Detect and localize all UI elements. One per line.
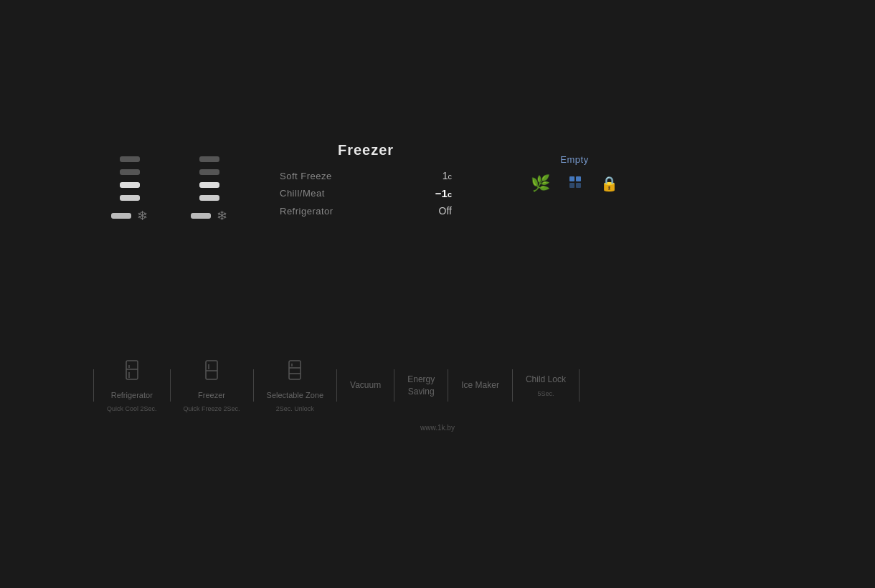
energy-saving-icon: 🌿: [531, 174, 550, 193]
svg-rect-2: [569, 183, 574, 188]
snowflake-icon-2: ❄: [217, 208, 227, 224]
chill-meat-value: −1c: [435, 187, 452, 199]
temp-bars-section: ❄ ❄: [111, 156, 227, 224]
refrigerator-button[interactable]: Refrigerator Quick Cool 2Sec.: [94, 359, 170, 412]
freezer-icon: [202, 359, 222, 386]
ice-maker-button[interactable]: Ice Maker: [448, 379, 512, 392]
chill-meat-label: Chill/Meat: [280, 188, 325, 199]
temp-bar-col-2: ❄: [191, 156, 227, 224]
chill-meat-row: Chill/Meat −1c: [265, 184, 466, 202]
ice-maker-button-label: Ice Maker: [461, 379, 499, 392]
temp-bar-2-2: [199, 169, 219, 175]
svg-rect-11: [289, 361, 301, 379]
freezer-title: Freezer: [265, 142, 466, 158]
freezer-button-sublabel: Quick Freeze 2Sec.: [184, 405, 240, 412]
soft-freeze-row: Soft Freeze 1c: [265, 167, 466, 184]
freezer-button-label: Freezer: [198, 390, 225, 401]
divider-7: [579, 369, 580, 402]
soft-freeze-value: 1c: [443, 170, 452, 181]
freezer-button[interactable]: Freezer Quick Freeze 2Sec.: [171, 359, 253, 412]
website-text: www.1k.by: [420, 424, 455, 432]
refrigerator-label: Refrigerator: [280, 206, 334, 217]
temp-bar-2-1: [199, 156, 219, 162]
child-lock-button-sublabel: 5Sec.: [537, 390, 554, 397]
svg-rect-0: [569, 176, 574, 181]
refrigerator-value: Off: [439, 205, 452, 217]
refrigerator-button-label: Refrigerator: [111, 390, 153, 401]
temp-bar-col-1: ❄: [111, 156, 148, 224]
website-footer: www.1k.by: [420, 424, 455, 432]
ice-squares-svg: [568, 175, 582, 189]
svg-rect-8: [206, 361, 217, 379]
temp-bar-1-4: [120, 195, 140, 201]
energy-saving-button-label: EnergySaving: [407, 374, 435, 398]
svg-rect-4: [126, 361, 138, 379]
ice-maker-icon: [568, 175, 582, 193]
refrigerator-row: Refrigerator Off: [265, 202, 466, 219]
selectable-zone-button-sublabel: 2Sec. Unlock: [276, 405, 314, 412]
child-lock-button-label: Child Lock: [526, 374, 566, 386]
temp-bar-1-1: [120, 156, 140, 162]
temp-bar-1-5: [111, 213, 131, 219]
snowflake-icon-1: ❄: [137, 208, 148, 224]
temp-bar-1-3: [120, 182, 140, 188]
selectable-zone-icon: [285, 359, 305, 386]
temp-bar-2-4: [199, 195, 219, 201]
refrigerator-button-sublabel: Quick Cool 2Sec.: [107, 405, 157, 412]
energy-saving-button[interactable]: EnergySaving: [394, 374, 448, 398]
svg-rect-1: [576, 176, 581, 181]
empty-label: Empty: [560, 154, 588, 165]
child-lock-icon: 🔒: [600, 175, 618, 192]
right-status-area: Empty 🌿 🔒: [531, 154, 618, 193]
center-display: Freezer Soft Freeze 1c Chill/Meat −1c Re…: [265, 142, 466, 219]
svg-rect-3: [576, 183, 581, 188]
appliance-control-panel: ❄ ❄ Freezer Soft Freeze 1c Chill/Meat −1…: [0, 0, 875, 588]
temp-bar-1-2: [120, 169, 140, 175]
selectable-zone-button-label: Selectable Zone: [267, 390, 324, 401]
child-lock-button[interactable]: Child Lock 5Sec.: [513, 374, 579, 397]
soft-freeze-label: Soft Freeze: [280, 171, 332, 181]
vacuum-button-label: Vacuum: [350, 379, 381, 392]
bottom-controls: Refrigerator Quick Cool 2Sec. Freezer Qu…: [93, 359, 580, 412]
temp-bar-2-5: [191, 213, 211, 219]
vacuum-button[interactable]: Vacuum: [337, 379, 394, 392]
temp-bar-2-3: [199, 182, 219, 188]
selectable-zone-button[interactable]: Selectable Zone 2Sec. Unlock: [254, 359, 337, 412]
refrigerator-icon: [122, 359, 142, 386]
